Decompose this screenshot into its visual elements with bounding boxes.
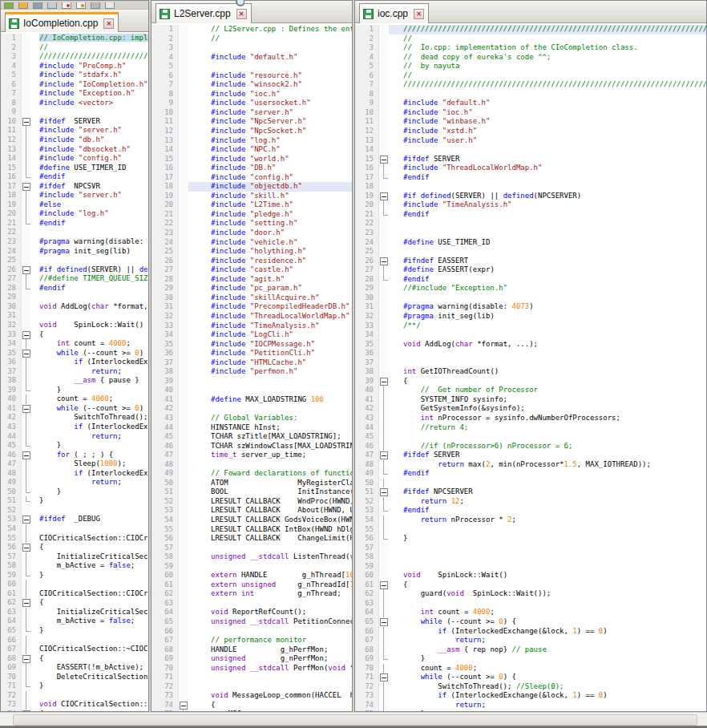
code-line[interactable]: 28#include "agit.h" (152, 275, 352, 285)
code-line[interactable]: 27#define EASSERT(expr) (355, 265, 706, 275)
code-line[interactable]: 21#endif (1, 219, 148, 229)
code-line[interactable]: 67 return; (355, 636, 706, 645)
code-line[interactable]: 16#include "DB.h" (152, 164, 352, 173)
code-line[interactable]: 23#include "door.h" (152, 229, 352, 238)
code-line[interactable]: 19#else (1, 200, 148, 210)
code-line[interactable]: 4#include "PreComp.h" (1, 62, 148, 71)
fold-toggle-icon[interactable] (379, 257, 389, 266)
code-line[interactable]: 21#include "pledge.h" (152, 210, 352, 220)
code-line[interactable]: 20#include "TimeAnalysis.h" (355, 200, 706, 210)
code-line[interactable]: 57 (152, 544, 352, 553)
fold-toggle-icon[interactable] (379, 451, 389, 460)
code-line[interactable]: 62{ (1, 598, 148, 608)
code-line[interactable]: 32#pragma init_seg(lib) (355, 312, 706, 322)
fold-toggle-icon[interactable] (22, 543, 31, 552)
code-line[interactable]: 11#include "NpcServer.h" (152, 117, 352, 127)
code-line[interactable]: 6// (355, 71, 706, 81)
code-line[interactable]: 20#include "L2Time.h" (152, 200, 352, 210)
code-line[interactable]: 69 EASSERT(!m_bActive); (1, 663, 148, 673)
code-line[interactable]: 10#ifdef SERVER (1, 117, 148, 127)
code-line[interactable]: 26#if defined(SERVER) || defined(NPCSVR) (1, 265, 148, 275)
code-line[interactable]: 10#include "server.h" (152, 108, 352, 118)
code-line[interactable]: 36 if (InterlockedExchange(&lock, 1) == … (1, 358, 148, 367)
code-line[interactable]: 11#include "server.h" (1, 126, 148, 135)
code-line[interactable]: 39{ (355, 377, 706, 386)
code-line[interactable]: 56LRESULT CALLBACK ChangeLimit(HWND hDlg… (152, 534, 352, 544)
code-line[interactable]: 62 guard(void SpinLock::Wait()); (355, 589, 706, 599)
code-line[interactable]: 13#include "log.h" (152, 136, 352, 146)
code-line[interactable]: 30#include "skillAcquire.h" (152, 293, 352, 303)
fold-toggle-icon[interactable] (22, 598, 31, 608)
code-line[interactable]: 47#ifdef SERVER (355, 451, 706, 460)
code-line[interactable]: 55LRESULT CALLBACK IntBox(HWND hDlg, UIN… (152, 525, 352, 535)
code-line[interactable]: 32void SpinLock::Wait() (1, 321, 148, 330)
fold-toggle-icon[interactable] (22, 265, 31, 275)
code-line[interactable]: 45TCHAR szTitle[MAX_LOADSTRING]; (152, 432, 352, 442)
code-line[interactable]: 13#include "dbsocket.h" (1, 145, 148, 155)
code-line[interactable]: 6#include "IoCompletion.h" (1, 80, 148, 90)
code-line[interactable]: 4#include "default.h" (152, 53, 352, 63)
code-line[interactable]: 29//#include "Exception.h" (355, 284, 706, 293)
code-line[interactable]: 42 SwitchToThread(); (1, 413, 148, 423)
code-line[interactable]: 45 (355, 432, 706, 442)
code-line[interactable]: 38int GetIOThreadCount() (355, 367, 706, 377)
code-line[interactable]: 32#include "ThreadLocalWorldMap.h" (152, 312, 352, 322)
code-line[interactable]: 53LRESULT CALLBACK About(HWND, UINT, WPA… (152, 506, 352, 516)
code-line[interactable]: 48 (152, 460, 352, 470)
code-line[interactable]: 18#include "objectdb.h" (152, 182, 352, 192)
code-line[interactable]: 12#include "db.h" (1, 135, 148, 145)
code-line[interactable]: 1// IoCompletion.cpp: implementation of … (1, 34, 148, 43)
code-line[interactable]: 5 (152, 62, 352, 71)
code-line[interactable]: 16#include "ThreadLocalWorldMap.h" (355, 164, 706, 173)
code-line[interactable]: 17#ifdef NPCSVR (1, 182, 148, 192)
code-line[interactable]: 64 m_bActive = false; (1, 617, 148, 626)
code-line[interactable]: 1///////////////////////////////////////… (355, 25, 706, 34)
code-line[interactable]: 56} (355, 534, 706, 544)
code-line[interactable]: 74 return; (355, 701, 706, 710)
code-line[interactable]: 31#pragma warning(disable: 4073) (355, 302, 706, 312)
code-line[interactable]: 22#include "setting.h" (152, 219, 352, 229)
close-red-icon[interactable] (62, 2, 71, 9)
code-line[interactable]: 49 return; (1, 478, 148, 487)
blank-icon[interactable] (105, 2, 115, 9)
code-line[interactable]: 14#include "NPC.h" (152, 145, 352, 155)
code-line[interactable]: 37 (355, 358, 706, 368)
code-line[interactable]: 71 while (--count >= 0) { (355, 673, 706, 682)
fold-toggle-icon[interactable] (22, 710, 31, 711)
code-line[interactable]: 69 } (355, 654, 706, 664)
code-line[interactable]: 63 (355, 599, 706, 609)
code-line[interactable]: 46 for ( ; ; ) { (1, 451, 148, 460)
code-line[interactable]: 75 } (355, 710, 706, 711)
code-line[interactable]: 50 (355, 479, 706, 488)
code-line[interactable]: 5// by nayuta (355, 62, 706, 71)
code-line[interactable]: 14 (355, 145, 706, 155)
code-line[interactable]: 28#endif (1, 284, 148, 293)
code-line[interactable]: 71 (152, 673, 352, 682)
code-line[interactable]: 57 InitializeCriticalSection(&m_lock); (1, 552, 148, 562)
code-line[interactable]: 70 count = 4000; (355, 664, 706, 673)
fold-toggle-icon[interactable] (22, 654, 31, 664)
code-line[interactable]: 57 (355, 544, 706, 553)
code-line[interactable]: 39 (152, 377, 352, 386)
code-line[interactable]: 33#include "TimeAnalysis.h" (152, 322, 352, 331)
search-icon[interactable] (235, 0, 244, 7)
code-line[interactable]: 61CIOCriticalSection::CIOCriticalSection… (1, 589, 148, 599)
code-line[interactable]: 7#include "Exception.h" (1, 89, 148, 99)
code-line[interactable]: 51} (1, 496, 148, 506)
code-line[interactable]: 8 (355, 90, 706, 99)
code-line[interactable]: 52LRESULT CALLBACK WndProc(HWND, UINT, W… (152, 497, 352, 507)
reload-orange-icon[interactable] (76, 2, 86, 9)
code-line[interactable]: 2// (1, 43, 148, 53)
code-line[interactable]: 71} (1, 681, 148, 691)
code-line[interactable]: 24#define USE_TIMER_ID (355, 238, 706, 248)
code-line[interactable]: 38#include "perfmon.h" (152, 367, 352, 377)
new-file-icon[interactable] (4, 2, 14, 9)
code-line[interactable]: 43// Global Variables: (152, 414, 352, 423)
code-line[interactable]: 8#include "ioc.h" (152, 90, 352, 99)
code-line[interactable]: 68 __asm { rep nop} // pause (355, 645, 706, 655)
fold-toggle-icon[interactable] (22, 117, 31, 127)
code-line[interactable]: 12#include "NpcSocket.h" (152, 127, 352, 136)
code-line[interactable]: 8#include <vector> (1, 99, 148, 108)
fold-toggle-icon[interactable] (22, 349, 31, 358)
code-line[interactable]: 67// performance monitor (152, 636, 352, 645)
